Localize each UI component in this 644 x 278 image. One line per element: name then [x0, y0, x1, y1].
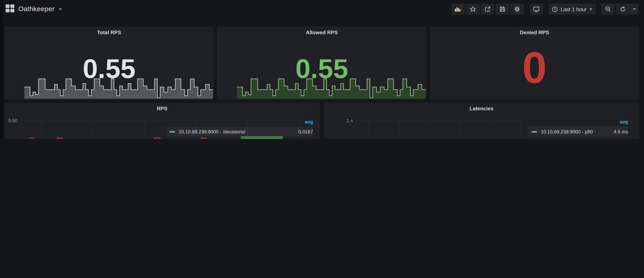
dashboard-title-picker[interactable]: Oathkeeper: [6, 4, 62, 14]
panel-title[interactable]: Total RPS: [4, 29, 214, 35]
svg-text:0.50: 0.50: [8, 118, 18, 123]
navbar: Oathkeeper: [0, 0, 644, 18]
share-icon: [484, 6, 491, 12]
panel-title[interactable]: Allowed RPS: [217, 29, 427, 35]
grafana-dashboard: Oathkeeper: [0, 0, 644, 139]
stat-panel-total-rps: Total RPS 0.55: [4, 27, 214, 100]
legend-series-swatch: [532, 131, 537, 132]
legend-redaction-box: [241, 136, 283, 139]
panel-title[interactable]: RPS: [4, 106, 320, 111]
save-icon: [499, 6, 506, 12]
gear-icon: [514, 6, 520, 12]
toolbar: Last 1 hour: [450, 3, 638, 15]
refresh-button[interactable]: [616, 3, 630, 15]
rps-legend: avg10.10.69.238:9000 - /decisions/0.0167…: [166, 117, 313, 139]
svg-text:0.40: 0.40: [8, 138, 18, 139]
graph-panel-row: RPS 00.100.200.300.400.5010:4010:5011:00…: [4, 103, 639, 139]
add-panel-button[interactable]: [452, 3, 465, 15]
zoom-out-icon: [605, 6, 611, 12]
legend-series-name: 10.10.69.238:9000 - /decisions/: [179, 129, 298, 134]
add-panel-icon: [455, 6, 462, 12]
chevron-down-icon: [589, 8, 592, 10]
refresh-icon: [620, 6, 626, 12]
share-button[interactable]: [481, 3, 494, 15]
monitor-icon: [533, 6, 540, 12]
stat-value: 0.55: [4, 55, 214, 82]
stat-value: 0: [430, 46, 639, 90]
legend-series-swatch: [170, 131, 175, 132]
star-icon: [470, 6, 476, 12]
zoom-out-button[interactable]: [601, 3, 615, 15]
refresh-interval-dropdown[interactable]: [630, 3, 638, 15]
graph-panel-latencies: Latencies 0 ns1 s10:4010:5011:0011:1011:…: [324, 103, 639, 139]
legend-series-avg-value: 0.0167: [298, 129, 313, 134]
time-picker-button[interactable]: Last 1 hour: [549, 3, 596, 15]
legend-avg-header: avg: [166, 117, 313, 127]
chevron-down-icon: [58, 8, 62, 10]
stat-panel-denied-rps: Denied RPS 0: [430, 27, 639, 100]
graph-panel-rps: RPS 00.100.200.300.400.5010:4010:5011:00…: [4, 103, 320, 139]
dashboard-title: Oathkeeper: [18, 5, 55, 13]
cycle-view-button[interactable]: [530, 3, 543, 15]
star-button[interactable]: [466, 3, 480, 15]
stat-panel-row: Total RPS 0.55 Allowed RPS 0.55 Denied R…: [4, 27, 639, 100]
clock-icon: [552, 6, 558, 12]
stat-value: 0.55: [217, 55, 427, 82]
latencies-legend: avg10.10.69.238:9000 - p904.5 ms10.10.69…: [528, 117, 628, 139]
chevron-down-icon: [633, 8, 636, 10]
time-range-label: Last 1 hour: [561, 6, 586, 12]
save-button[interactable]: [496, 3, 509, 15]
legend-item[interactable]: 10.10.69.238:9000 - /decisions/0.0167: [166, 127, 313, 137]
legend-avg-header: avg: [528, 117, 628, 127]
stat-panel-allowed-rps: Allowed RPS 0.55: [217, 27, 427, 100]
legend-series-name: 10.10.69.238:9000 - p90: [541, 129, 614, 134]
panel-title[interactable]: Denied RPS: [430, 29, 639, 35]
legend-item[interactable]: 10.10.69.238:9000 - p954.8 ms: [528, 137, 628, 139]
settings-button[interactable]: [510, 3, 524, 15]
dashboard-grid-icon: [6, 4, 14, 14]
panel-title[interactable]: Latencies: [324, 106, 639, 111]
refresh-button-group: [616, 3, 638, 15]
svg-text:1 s: 1 s: [346, 118, 353, 123]
legend-item[interactable]: 10.10.69.238:9000 - /decisions/0.1284: [166, 137, 313, 139]
legend-series-avg-value: 4.5 ms: [614, 129, 628, 134]
legend-item[interactable]: 10.10.69.238:9000 - p904.5 ms: [528, 127, 628, 137]
